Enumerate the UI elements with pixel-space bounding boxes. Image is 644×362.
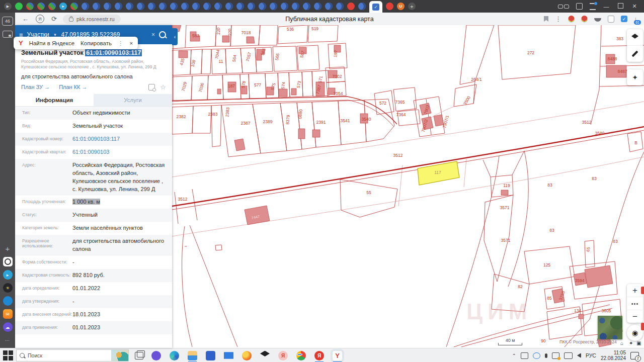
refresh-button[interactable]: ⟳: [51, 15, 57, 23]
volume-icon[interactable]: [577, 353, 581, 358]
tab-count-badge[interactable]: 46: [2, 17, 13, 26]
taskbar-app-dropbox[interactable]: [260, 351, 270, 360]
menu-close-icon[interactable]: ×: [129, 40, 133, 46]
tab-b[interactable]: [137, 3, 144, 10]
action-center-icon[interactable]: 2: [630, 352, 639, 359]
taskbar-app-yandex-red[interactable]: Я: [314, 351, 324, 360]
tab-ext[interactable]: [37, 3, 45, 10]
window-minimize-button[interactable]: —: [603, 4, 610, 10]
tab-panel-icon[interactable]: [576, 3, 583, 10]
back-button[interactable]: ←: [22, 15, 29, 23]
taskbar-app-alice[interactable]: [151, 351, 161, 360]
tab-b[interactable]: [181, 3, 189, 10]
tab-b[interactable]: [93, 3, 100, 10]
language-indicator[interactable]: РУС: [586, 352, 596, 358]
tab-b[interactable]: [192, 3, 200, 10]
crosshair-button[interactable]: ✦: [627, 69, 643, 85]
microphone-icon[interactable]: [545, 353, 547, 358]
tab-b[interactable]: [281, 3, 288, 10]
rail-more-icon[interactable]: ⋯: [3, 335, 13, 345]
minimap-satellite-toggle[interactable]: [598, 316, 622, 339]
taskbar-app-edge[interactable]: [170, 351, 179, 360]
clock[interactable]: 11:05 22.08.2024: [601, 350, 626, 361]
tab-b[interactable]: [170, 3, 178, 10]
tab-b[interactable]: [236, 3, 244, 10]
network-icon[interactable]: [564, 352, 573, 359]
copy-item[interactable]: Копировать: [80, 40, 112, 46]
start-button[interactable]: [2, 349, 14, 361]
tab-b[interactable]: [159, 3, 167, 10]
task-view-button[interactable]: [135, 352, 143, 359]
extension-icon-2[interactable]: [581, 16, 588, 22]
taskbar-search[interactable]: Поиск: [16, 349, 129, 361]
display-icon[interactable]: ▣: [636, 340, 641, 346]
alice-cloud-icon[interactable]: ☁: [3, 322, 13, 332]
menu-more-icon[interactable]: ⋮: [118, 40, 124, 47]
extension-icon-1[interactable]: [568, 16, 575, 22]
tab-b[interactable]: [303, 3, 310, 10]
plan-zu-link[interactable]: План ЗУ →: [21, 84, 50, 90]
panel-tab-info[interactable]: Информация: [15, 94, 94, 106]
orange-mail-icon[interactable]: ✉: [3, 309, 13, 319]
tab-b[interactable]: [259, 3, 266, 10]
rail-add-icon[interactable]: +: [3, 244, 13, 253]
phone-link-icon[interactable]: [521, 352, 528, 359]
home-icon[interactable]: ⌂: [620, 340, 623, 346]
tab-b[interactable]: [270, 3, 277, 10]
dark-app-icon[interactable]: ☀: [3, 283, 13, 293]
extension-check-icon[interactable]: ✓: [621, 16, 627, 22]
toolbar-more-icon[interactable]: ⋮: [555, 15, 561, 23]
tab-b[interactable]: [314, 3, 321, 10]
taskbar-app-store[interactable]: [206, 351, 215, 360]
doc-search-icon[interactable]: [148, 84, 155, 90]
tray-expand-icon[interactable]: ⌃: [512, 353, 516, 358]
tab-play[interactable]: ▶: [4, 3, 12, 10]
tab-b[interactable]: [336, 3, 344, 10]
plan-kk-link[interactable]: План КК →: [59, 84, 87, 90]
search-icon[interactable]: [159, 31, 166, 38]
address-bar[interactable]: pkk.rosreestr.ru: [63, 15, 121, 24]
measure-button[interactable]: [627, 45, 643, 62]
favorite-star-icon[interactable]: ☆: [160, 83, 166, 91]
yandex-home-button[interactable]: Я: [36, 15, 44, 23]
notifications-list-icon[interactable]: [590, 3, 596, 10]
taskbar-app-yandex-browser[interactable]: Y: [333, 351, 342, 360]
zoom-out-button[interactable]: −: [627, 310, 643, 323]
cursor-icon[interactable]: ✦: [629, 340, 633, 346]
bookmark-flag-icon[interactable]: [544, 16, 548, 22]
tab-b[interactable]: [292, 3, 299, 10]
panel-tab-services[interactable]: Услуги: [94, 94, 172, 106]
onedrive-icon[interactable]: [533, 352, 540, 359]
zoom-options-button[interactable]: •••: [627, 297, 643, 310]
tab-b[interactable]: [126, 3, 133, 10]
cadastral-map[interactable]: 5832202207018536519435108704411564705756…: [172, 25, 644, 348]
tab-b[interactable]: [214, 3, 222, 10]
tab-b[interactable]: [148, 3, 155, 10]
tab-orangeU[interactable]: U: [397, 3, 405, 10]
tab-red[interactable]: [386, 3, 393, 10]
tab-b[interactable]: [325, 3, 333, 10]
security-icon[interactable]: [552, 352, 559, 359]
screencast-icon[interactable]: [3, 31, 13, 38]
tab-red[interactable]: [347, 3, 355, 10]
taskbar-app-firefox[interactable]: [242, 351, 252, 360]
attribute-value-link[interactable]: 61:01:0090103: [72, 148, 172, 156]
panel-collapse-chevron[interactable]: ‹: [172, 28, 178, 45]
tab-b[interactable]: [115, 3, 122, 10]
window-close-button[interactable]: ✕: [631, 3, 638, 10]
tab-ext[interactable]: [48, 3, 56, 10]
tab-active-pkk[interactable]: ✓: [369, 1, 382, 13]
tab-b[interactable]: [248, 3, 255, 10]
taskbar-app-mail[interactable]: [224, 351, 233, 360]
camera-icon[interactable]: [3, 257, 13, 266]
tab-wa[interactable]: [15, 3, 23, 10]
tab-b[interactable]: [225, 3, 233, 10]
tab-strip[interactable]: ▶▸✓U: [0, 0, 405, 13]
search-in-yandex-item[interactable]: Найти в Яндексе: [29, 40, 74, 46]
new-tab-button[interactable]: +: [408, 3, 416, 10]
layers-button[interactable]: [627, 29, 643, 45]
downloads-button[interactable]: ↓61: [634, 16, 637, 23]
taskbar-app-chrome[interactable]: [296, 351, 306, 360]
tab-b[interactable]: [203, 3, 211, 10]
extension-shirt-icon[interactable]: [608, 16, 614, 23]
